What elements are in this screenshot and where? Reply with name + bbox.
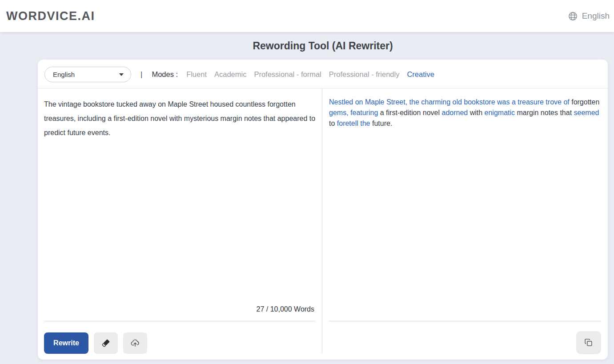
clear-button[interactable]	[94, 332, 118, 354]
top-header: WORDVICE.AI English	[0, 0, 614, 32]
input-panel: The vintage bookstore tucked away on Map…	[38, 88, 322, 354]
changed-text-segment: Nestled on Maple Street, the charming ol…	[329, 98, 570, 106]
modes-label: Modes :	[152, 70, 178, 79]
word-count: 27 / 10,000 Words	[44, 305, 316, 313]
unchanged-text-segment: with	[468, 109, 484, 116]
unchanged-text-segment: margin notes that	[515, 109, 574, 116]
rewriter-card: English | Modes : FluentAcademicProfessi…	[38, 60, 608, 360]
mode-creative[interactable]: Creative	[407, 70, 434, 79]
copy-button[interactable]	[576, 331, 601, 354]
output-actions	[329, 321, 601, 354]
language-select[interactable]: English	[44, 67, 131, 82]
input-actions: Rewrite	[44, 321, 316, 354]
language-switcher[interactable]: English	[568, 11, 610, 21]
changed-text-segment: enigmatic	[485, 109, 515, 116]
modes-list: FluentAcademicProfessional - formalProfe…	[186, 70, 434, 79]
output-panel: Nestled on Maple Street, the charming ol…	[322, 88, 608, 354]
page-title: Rewording Tool (AI Rewriter)	[0, 40, 614, 52]
changed-text-segment: seemed	[574, 109, 599, 116]
changed-text-segment: adorned	[441, 109, 468, 116]
changed-text-segment: gems,	[329, 109, 349, 116]
toolbar-separator: |	[140, 70, 142, 79]
unchanged-text-segment: forgotten	[570, 98, 600, 106]
language-select-value: English	[53, 71, 75, 78]
source-text-input[interactable]: The vintage bookstore tucked away on Map…	[44, 97, 316, 305]
mode-fluent[interactable]: Fluent	[186, 70, 207, 79]
mode-academic[interactable]: Academic	[214, 70, 246, 79]
main-content: Rewording Tool (AI Rewriter) English | M…	[0, 40, 614, 360]
eraser-icon	[101, 338, 111, 348]
upload-button[interactable]	[123, 332, 147, 354]
mode-professional-friendly[interactable]: Professional - friendly	[329, 70, 400, 79]
unchanged-text-segment: a first-edition novel	[378, 109, 441, 116]
copy-icon	[584, 338, 594, 348]
mode-professional-formal[interactable]: Professional - formal	[254, 70, 321, 79]
changed-text-segment: featuring	[350, 109, 378, 116]
unchanged-text-segment: to	[329, 120, 337, 127]
wordvice-logo[interactable]: WORDVICE.AI	[6, 9, 95, 23]
changed-text-segment: foretell the	[337, 120, 370, 127]
toolbar: English | Modes : FluentAcademicProfessi…	[38, 60, 608, 88]
rewritten-text: Nestled on Maple Street, the charming ol…	[329, 97, 601, 321]
rewrite-button[interactable]: Rewrite	[44, 332, 88, 354]
chevron-down-icon	[119, 73, 124, 76]
cloud-upload-icon	[130, 338, 140, 348]
editor-panels: The vintage bookstore tucked away on Map…	[38, 88, 608, 354]
unchanged-text-segment: future.	[370, 120, 393, 127]
header-language-label: English	[582, 11, 610, 21]
globe-icon	[568, 11, 578, 21]
